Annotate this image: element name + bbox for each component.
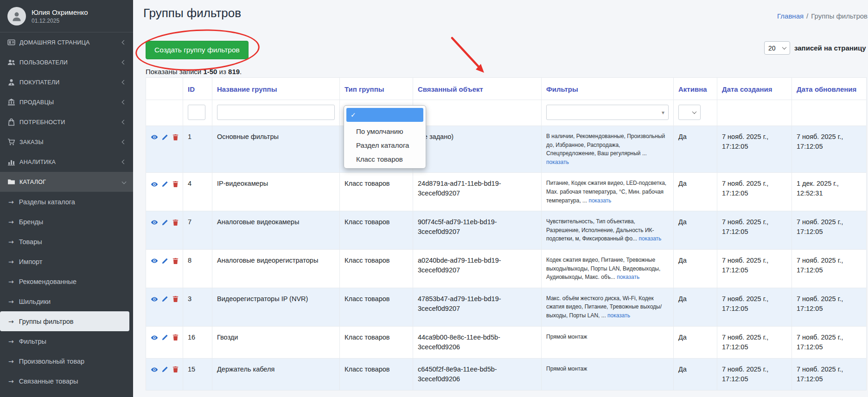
table-row: 4 IP-видеокамеры Класс товаров 24d8791a-… [146, 173, 867, 211]
column-header-created[interactable]: Дата создания [717, 78, 792, 100]
show-more-link[interactable]: показать [607, 312, 630, 319]
cell-id: 1 [183, 126, 212, 173]
view-eye-icon[interactable] [151, 257, 159, 265]
arrow-right-icon: → [8, 278, 14, 285]
column-header-updated[interactable]: Дата обновления [792, 78, 867, 100]
sidebar-item[interactable]: ЗАКАЗЫ [0, 132, 133, 152]
delete-trash-icon[interactable] [172, 258, 180, 265]
sidebar-item-label: ЗАКАЗЫ [19, 139, 122, 145]
chevron-down-icon [782, 45, 787, 50]
show-more-link[interactable]: показать [546, 159, 569, 165]
breadcrumb-home-link[interactable]: Главная [777, 12, 804, 20]
arrow-right-icon: → [8, 298, 14, 305]
cell-updated-date: 7 нояб. 2025 г., 17:12:05 [792, 211, 867, 250]
filters-text: В наличии, Рекомендованные, Произвольный… [546, 133, 665, 157]
sidebar-subitem[interactable]: →Произвольный товар [0, 351, 133, 371]
table-row: 15 Держатель кабеля Класс товаров c6450f… [146, 358, 867, 390]
chevron-left-icon [122, 160, 127, 164]
sidebar-subitem[interactable]: →Товары [0, 232, 133, 252]
sidebar-item[interactable]: ПОТРЕБНОСТИ [0, 112, 133, 132]
sidebar-item[interactable]: АНАЛИТИКА [0, 152, 133, 172]
page-size-select[interactable]: 20 [764, 41, 790, 55]
column-header-active[interactable]: Активна [674, 78, 717, 100]
edit-pencil-icon[interactable] [161, 181, 169, 188]
person-icon [11, 11, 22, 22]
cell-created-date: 7 нояб. 2025 г., 17:12:05 [717, 326, 792, 358]
sidebar-item-label: ПОЛЬЗОВАТЕЛИ [19, 59, 122, 66]
sidebar-subitem[interactable]: →Импорт [0, 252, 133, 271]
view-eye-icon[interactable] [151, 334, 159, 341]
sidebar-subitem[interactable]: →Разделы каталога [0, 192, 133, 212]
filter-active-select[interactable] [678, 105, 701, 120]
sidebar-subitem[interactable]: →Бренды [0, 212, 133, 232]
sidebar-subitem[interactable]: →Фильтры [0, 331, 133, 351]
cell-group-type: Класс товаров [340, 249, 413, 288]
edit-pencil-icon[interactable] [161, 334, 169, 341]
edit-pencil-icon[interactable] [161, 296, 169, 302]
chevron-down-icon [692, 109, 697, 114]
edit-pencil-icon[interactable] [161, 134, 169, 141]
column-header-name[interactable]: Название группы [212, 78, 340, 100]
chevron-left-icon [122, 80, 127, 85]
filter-filters-select[interactable]: ▾ [546, 105, 669, 120]
sidebar-subitem[interactable]: →Связанные товары [0, 371, 133, 391]
delete-trash-icon[interactable] [172, 219, 180, 226]
chart-icon [7, 158, 19, 166]
arrow-right-icon: → [8, 318, 14, 325]
delete-trash-icon[interactable] [172, 334, 180, 341]
show-more-link[interactable]: показать [638, 235, 661, 242]
sidebar-subitem[interactable]: →Рекомендованные [0, 271, 133, 291]
sidebar-item[interactable]: ПОЛЬЗОВАТЕЛИ [0, 52, 133, 72]
column-header-type[interactable]: Тип группы [340, 78, 413, 100]
cell-linked-object: 47853b47-ad79-11eb-bd19-3cecef0d9207 [413, 288, 542, 326]
sidebar-subitem-label: Связанные товары [19, 378, 78, 385]
delete-trash-icon[interactable] [172, 296, 180, 302]
records-summary: Показаны записи 1-50 из 819. [146, 68, 242, 76]
cell-group-name: Гвозди [212, 326, 340, 358]
dropdown-option[interactable]: Класс товаров [346, 152, 423, 166]
row-actions [146, 249, 183, 288]
sidebar-item[interactable]: КАТАЛОГ [0, 172, 133, 192]
edit-pencil-icon[interactable] [161, 366, 169, 373]
cell-id: 4 [183, 173, 212, 211]
row-actions [146, 326, 183, 358]
cell-group-type: Класс товаров [340, 173, 413, 211]
view-eye-icon[interactable] [151, 181, 159, 188]
cell-filters: Прямой монтаж [542, 358, 674, 390]
filter-id-input[interactable] [188, 105, 205, 120]
sidebar-subitem[interactable]: →Шильдики [0, 291, 133, 311]
column-header-object[interactable]: Связанный объект [413, 78, 542, 100]
view-eye-icon[interactable] [151, 219, 159, 226]
sidebar-item[interactable]: ПОКУПАТЕЛИ [0, 72, 133, 92]
cell-active: Да [674, 126, 717, 173]
column-header-id[interactable]: ID [183, 78, 212, 100]
table-row: 8 Аналоговые видеорегистраторы Класс тов… [146, 249, 867, 288]
summary-suffix: . [240, 68, 242, 76]
table-row: 3 Видеорегистраторы IP (NVR) Класс товар… [146, 288, 867, 326]
view-eye-icon[interactable] [151, 366, 159, 373]
cell-group-name: Аналоговые видеорегистраторы [212, 249, 340, 288]
show-more-link[interactable]: показать [588, 197, 611, 204]
edit-pencil-icon[interactable] [161, 219, 169, 226]
sidebar-subitem[interactable]: →Группы фильтров [0, 311, 129, 331]
check-icon: ✓ [351, 111, 356, 119]
cell-linked-object: 90f74c5f-ad79-11eb-bd19-3cecef0d9207 [413, 211, 542, 250]
delete-trash-icon[interactable] [172, 134, 180, 141]
filter-name-input[interactable] [217, 105, 335, 120]
cell-id: 15 [183, 358, 212, 390]
chevron-down-icon: ▾ [662, 109, 664, 116]
cell-filters: Прямой монтаж [542, 326, 674, 358]
show-more-link[interactable]: показать [617, 274, 639, 280]
edit-pencil-icon[interactable] [161, 258, 169, 265]
delete-trash-icon[interactable] [172, 181, 180, 188]
create-filter-group-button[interactable]: Создать группу фильтров [146, 41, 249, 59]
sidebar-item[interactable]: ДОМАШНЯЯ СТРАНИЦА [0, 32, 133, 52]
dropdown-option[interactable]: По умолчанию [346, 124, 423, 138]
view-eye-icon[interactable] [151, 133, 159, 141]
view-eye-icon[interactable] [151, 296, 159, 303]
dropdown-option-selected[interactable]: ✓ [346, 108, 423, 122]
main-content: Группы фильтров Главная/Группы фильтров … [133, 0, 868, 397]
sidebar-item[interactable]: ПРОДАВЦЫ [0, 92, 133, 112]
delete-trash-icon[interactable] [172, 366, 180, 373]
dropdown-option[interactable]: Раздел каталога [346, 138, 423, 152]
